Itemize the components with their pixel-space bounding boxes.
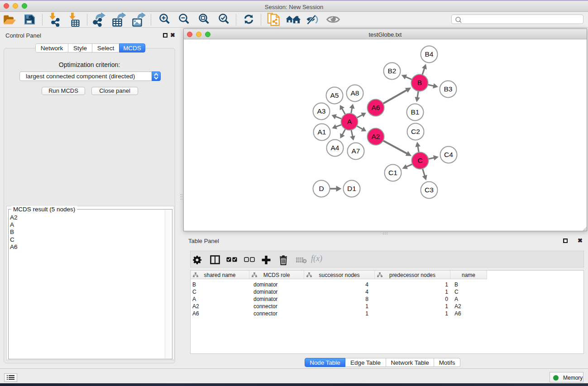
svg-text:C1: C1 [388,169,397,176]
svg-text:C4: C4 [444,151,453,158]
svg-text:A5: A5 [330,91,339,99]
svg-text:C: C [417,157,422,164]
svg-text:C2: C2 [411,128,420,135]
svg-text:B: B [417,79,422,86]
svg-text:B2: B2 [388,67,397,75]
svg-text:A: A [347,118,352,125]
svg-text:A7: A7 [352,147,360,155]
svg-text:A8: A8 [351,89,359,97]
svg-text:D1: D1 [347,185,356,192]
svg-text:A3: A3 [317,107,326,115]
svg-text:A2: A2 [372,133,380,140]
svg-text:B4: B4 [425,50,434,58]
svg-text:B3: B3 [444,85,453,93]
svg-text:A1: A1 [318,128,326,136]
svg-text:B1: B1 [411,108,420,116]
svg-text:A6: A6 [372,104,380,111]
svg-text:D: D [319,185,324,192]
svg-text:A4: A4 [331,144,339,152]
svg-text:C3: C3 [425,186,434,194]
